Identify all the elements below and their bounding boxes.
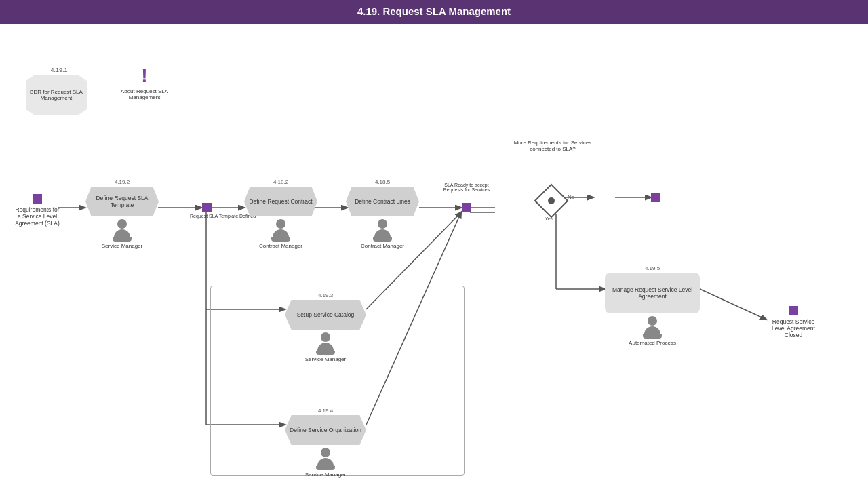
- role-base: [113, 237, 132, 242]
- define-service-org-node[interactable]: 4.19.4 Define Service Organization Servi…: [285, 408, 366, 478]
- start-event: Requirements for a Service Level Agreeme…: [14, 194, 61, 227]
- contract-lines-role: Contract Manager: [361, 219, 404, 249]
- closed-label: Request Service Level Agreement Closed: [766, 318, 821, 339]
- bdr-num: 4.19.1: [50, 66, 67, 73]
- service-org-role-label: Service Manager: [305, 471, 346, 478]
- about-label: About Request SLA Management: [114, 88, 175, 100]
- exclaim-icon: !: [114, 66, 175, 85]
- manage-sla-role: Automated Process: [605, 316, 700, 346]
- contract-lines-num: 4.18.5: [375, 179, 390, 185]
- service-org-role: Service Manager: [305, 448, 346, 478]
- gateway-node: More Requirements for Services connected…: [539, 189, 564, 213]
- end-purple-sq: [789, 306, 798, 315]
- sla-ready-label: SLA Ready to accept Requests for Service…: [436, 182, 497, 192]
- manage-sla-node[interactable]: 4.19.5 Manage Request Service Level Agre…: [605, 265, 700, 346]
- yes-label: Yes: [545, 216, 553, 222]
- role-head: [117, 219, 127, 229]
- request-contract-role-label: Contract Manager: [259, 243, 302, 249]
- manage-sla-role-label: Automated Process: [629, 340, 676, 346]
- define-sla-template-node[interactable]: 4.19.2 Define Request SLA Template Servi…: [85, 179, 159, 249]
- service-org-label: Define Service Organization: [290, 427, 361, 433]
- define-contract-lines-node[interactable]: 4.18.5 Define Contract Lines Contract Ma…: [346, 179, 419, 249]
- purple-sq-2: SLA Ready to accept Requests for Service…: [462, 203, 471, 212]
- service-org-num: 4.19.4: [318, 408, 333, 414]
- define-request-contract-node[interactable]: 4.18.2 Define Request Contract Contract …: [244, 179, 317, 249]
- request-contract-label: Define Request Contract: [249, 198, 312, 205]
- setup-catalog-shape: Setup Service Catalog: [285, 300, 366, 330]
- bdr-label: BDR for Request SLA Management: [26, 89, 87, 101]
- sla-template-role: Service Manager: [102, 219, 142, 249]
- contract-lines-label: Define Contract Lines: [355, 198, 410, 205]
- request-contract-role: Contract Manager: [259, 219, 302, 249]
- end-event: Request Service Level Agreement Closed: [766, 306, 821, 339]
- setup-catalog-num: 4.19.3: [318, 292, 333, 298]
- setup-catalog-role-label: Service Manager: [305, 356, 346, 362]
- purple-sq-1: Request SLA Template Defined: [202, 203, 212, 212]
- sla-template-label: Define Request SLA Template: [85, 195, 159, 208]
- sla-template-num: 4.19.2: [115, 179, 130, 185]
- svg-line-11: [700, 289, 766, 320]
- page-title: 4.19. Request SLA Management: [357, 5, 511, 17]
- contract-lines-role-label: Contract Manager: [361, 243, 404, 249]
- header: 4.19. Request SLA Management: [0, 0, 868, 24]
- bdr-node[interactable]: 4.19.1 BDR for Request SLA Management: [26, 66, 92, 115]
- setup-catalog-label: Setup Service Catalog: [297, 311, 355, 318]
- manage-sla-num: 4.19.5: [605, 265, 700, 271]
- bdr-octagon: BDR for Request SLA Management: [26, 75, 87, 115]
- contract-lines-shape: Define Contract Lines: [346, 187, 419, 216]
- about-node[interactable]: ! About Request SLA Management: [114, 66, 175, 100]
- request-contract-shape: Define Request Contract: [244, 187, 317, 216]
- gateway-label: More Requirements for Services connected…: [512, 140, 593, 152]
- request-contract-num: 4.18.2: [273, 179, 288, 185]
- manage-sla-label: Manage Request Service Level Agreement: [605, 286, 700, 300]
- sla-template-shape: Define Request SLA Template: [85, 187, 159, 216]
- start-purple-sq: [33, 194, 42, 204]
- canvas: 4.19.1 BDR for Request SLA Management ! …: [0, 24, 868, 502]
- manage-sla-shape: Manage Request Service Level Agreement: [605, 273, 700, 313]
- role-body: [114, 229, 130, 237]
- setup-catalog-role: Service Manager: [305, 332, 346, 362]
- requirements-label: Requirements for a Service Level Agreeme…: [14, 206, 61, 227]
- setup-service-catalog-node[interactable]: 4.19.3 Setup Service Catalog Service Man…: [285, 292, 366, 362]
- no-end-purple-sq: [651, 193, 660, 202]
- service-org-shape: Define Service Organization: [285, 415, 366, 445]
- no-label: No: [568, 194, 574, 200]
- sla-template-role-label: Service Manager: [102, 243, 142, 249]
